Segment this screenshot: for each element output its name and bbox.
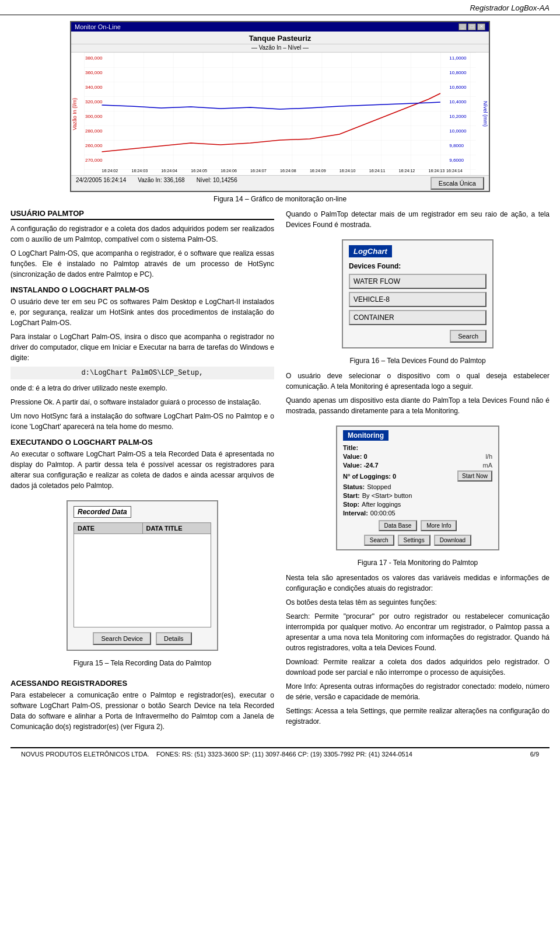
search-desc: Search: Permite "procurar" por outro reg… [286, 611, 550, 653]
page-header: Registrador LogBox-AA [0, 0, 560, 15]
monitoring-btn-row1: Data Base More Info [343, 520, 492, 531]
monitoring-btn-row2: Search Settings Download [343, 535, 492, 546]
mon-label-v0: Value: 0 [343, 453, 368, 460]
instalando-p4: Pressione Ok. A partir daí, o software i… [10, 397, 274, 407]
acessando-title: ACESSANDO REGISTRADORES [10, 679, 274, 688]
download-button[interactable]: Download [434, 535, 471, 546]
monitoring-row-interval: Interval: 00:00:05 [343, 510, 492, 517]
monitoring-row-stop: Stop: After loggings [343, 501, 492, 508]
svg-text:16:24:13: 16:24:13 [429, 169, 445, 173]
apenas-p: Quando apenas um dispositivo esta diante… [286, 395, 550, 416]
figure15-section: Recorded Data DATE DATA TITLE Search Dev… [10, 494, 274, 673]
monitoring-p: Nesta tela são apresentados os valores d… [286, 573, 550, 594]
mon-value-start: By <Start> button [360, 492, 492, 499]
svg-text:16:24:05: 16:24:05 [191, 169, 207, 173]
executando-p1: Ao executar o software LogChart Palm-OS … [10, 449, 274, 491]
start-now-button[interactable]: Start Now [457, 470, 492, 482]
mon-unit-v247: mA [483, 462, 493, 469]
page-title: Registrador LogBox-AA [470, 4, 550, 12]
logchart-logo: LogChart [349, 245, 392, 257]
mon-value-stop: After loggings [359, 501, 492, 508]
monitoring-panel: Monitoring Title: Value: 0 l/h Value: -2… [336, 426, 499, 550]
more-info-button[interactable]: More Info [421, 520, 457, 531]
instalando-p2: Para instalar o LogChart Palm-OS, insira… [10, 332, 274, 363]
maximize-btn[interactable]: □ [468, 23, 476, 30]
figure16-caption: Figura 16 – Tela Devices Found do Palmto… [349, 357, 485, 365]
monitoring-row-title: Title: [343, 444, 492, 451]
mon-label-interval: Interval: [343, 510, 368, 517]
database-button[interactable]: Data Base [379, 520, 418, 531]
instalando-p1: O usuário deve ter em seu PC os software… [10, 297, 274, 328]
y-label-left: Vazão In (l/m) [71, 53, 84, 175]
devices-found-label: Devices Found: [349, 262, 487, 270]
col-date: DATE [74, 523, 143, 534]
search-device-button[interactable]: Search Device [93, 632, 151, 645]
figure17-caption: Figura 17 - Tela Monitoring do Palmtop [358, 559, 478, 567]
recorded-panel: Recorded Data DATE DATA TITLE Search Dev… [66, 500, 218, 651]
chart-window: Monitor On-Line _ □ ✕ Tanque Pasteuriz —… [70, 21, 490, 192]
buttons-intro: Os botões desta telas têm as seguintes f… [286, 597, 550, 608]
svg-text:16:24:11: 16:24:11 [369, 169, 386, 173]
left-column: USUÁRIO PALMTOP A configuração do regist… [10, 209, 274, 735]
col-data-title: DATA TITLE [143, 523, 211, 534]
svg-text:9,6000: 9,6000 [449, 158, 464, 163]
svg-text:320,000: 320,000 [85, 99, 103, 104]
palmtop-p2: O LogChart Palm-OS, que acompanha o regi… [10, 248, 274, 280]
svg-text:280,000: 280,000 [85, 128, 103, 134]
settings-desc: Settings: Acessa a tela Settings, que pe… [286, 706, 550, 727]
chart-vazao: Vazão In: 336,168 [138, 177, 184, 190]
mon-label-status: Status: [343, 483, 365, 490]
chart-title: Tanque Pasteuriz [71, 32, 489, 44]
svg-text:9,8000: 9,8000 [449, 143, 464, 148]
chart-date: 24/2/2005 16:24:14 [76, 177, 126, 190]
search-btn-panel: Search [349, 330, 487, 343]
svg-text:16:24:14: 16:24:14 [446, 169, 463, 173]
right-intro: Quando o PalmTop detectar mais de um reg… [286, 209, 550, 230]
minimize-btn[interactable]: _ [459, 23, 467, 30]
svg-text:16:24:02: 16:24:02 [102, 169, 118, 173]
svg-text:10,4000: 10,4000 [449, 99, 467, 104]
close-btn[interactable]: ✕ [477, 23, 485, 30]
devices-search-button[interactable]: Search [450, 330, 487, 343]
device-water-flow[interactable]: WATER FLOW [349, 274, 487, 289]
instalando-title: INSTALANDO O LOGCHART PALM-OS [10, 285, 274, 294]
mon-value-interval: 00:00:05 [368, 510, 492, 517]
recorded-footer: Search Device Details [74, 632, 211, 645]
selecionar-p: O usuário deve selecionar o dispositivo … [286, 371, 550, 392]
svg-text:10,2000: 10,2000 [449, 114, 467, 119]
device-container[interactable]: CONTAINER [349, 310, 487, 325]
right-column: Quando o PalmTop detectar mais de um reg… [286, 209, 550, 735]
chart-window-title: Monitor On-Line [75, 23, 121, 30]
chart-nivel: Nível: 10,14256 [197, 177, 237, 190]
y-label-right: Nível (mm) [476, 53, 489, 175]
settings-button[interactable]: Settings [398, 535, 430, 546]
monitoring-row-value247: Value: -24.7 mA [343, 462, 492, 469]
svg-text:16:24:08: 16:24:08 [280, 169, 296, 173]
chart-svg: 380,000 360,000 340,000 320,000 300,000 … [84, 53, 476, 175]
device-vehicle-8[interactable]: VEHICLE-8 [349, 292, 487, 307]
svg-text:260,000: 260,000 [85, 143, 103, 148]
mon-label-loggings: N° of Loggings: 0 [343, 473, 396, 480]
svg-text:11,0000: 11,0000 [449, 55, 467, 61]
svg-text:16:24:12: 16:24:12 [399, 169, 415, 173]
acessando-p: Para estabelecer a comunicação entre o P… [10, 690, 274, 732]
svg-text:16:24:10: 16:24:10 [340, 169, 356, 173]
executando-title: EXECUTANDO O LOGCHART PALM-OS [10, 438, 274, 447]
mon-unit-v0: l/h [485, 453, 492, 460]
figure17-section: Monitoring Title: Value: 0 l/h Value: -2… [286, 420, 550, 573]
escala-unica-btn[interactable]: Escala Única [430, 177, 484, 190]
mon-label-title: Title: [343, 444, 358, 451]
svg-text:10,6000: 10,6000 [449, 85, 467, 90]
details-button[interactable]: Details [156, 632, 192, 645]
footer-company: NOVUS PRODUTOS ELETRÔNICOS LTDA. FONES: … [21, 751, 412, 758]
download-desc: Download: Permite realizar a coleta dos … [286, 657, 550, 678]
chart-bottom-info: 24/2/2005 16:24:14 Vazão In: 336,168 Nív… [71, 175, 489, 191]
recorded-table-header: DATE DATA TITLE [74, 522, 211, 534]
instalando-p5: Um novo HotSync fará a instalação do sof… [10, 411, 274, 432]
mon-label-start: Start: [343, 492, 360, 499]
figure14-caption: Figura 14 – Gráfico de monitoração on-li… [214, 195, 346, 203]
monitoring-search-button[interactable]: Search [364, 535, 394, 546]
figure14-container: Monitor On-Line _ □ ✕ Tanque Pasteuriz —… [10, 21, 550, 203]
svg-text:360,000: 360,000 [85, 70, 103, 75]
monitoring-row-status: Status: Stopped [343, 483, 492, 490]
